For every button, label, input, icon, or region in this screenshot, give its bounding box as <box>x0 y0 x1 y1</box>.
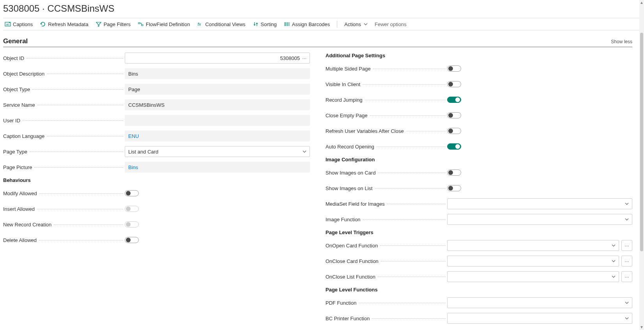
auto-record-toggle[interactable] <box>447 143 461 150</box>
refresh-metadata-button[interactable]: Refresh Metadata <box>40 21 88 27</box>
scroll-down-arrow[interactable]: ▼ <box>640 325 644 328</box>
delete-allowed-label: Delete Allowed <box>3 237 37 243</box>
fewer-label: Fewer options <box>375 21 407 27</box>
chevron-down-icon <box>625 217 629 222</box>
scroll-thumb[interactable] <box>640 33 643 251</box>
insert-allowed-toggle[interactable] <box>125 206 139 212</box>
record-jumping-toggle[interactable] <box>447 97 461 103</box>
onclose-card-select[interactable] <box>447 256 619 266</box>
multiple-sided-row: Multiple Sided Page <box>326 63 632 74</box>
page-filters-button[interactable]: Page Filters <box>96 21 131 27</box>
refresh-label: Refresh Metadata <box>48 21 88 27</box>
onopen-card-ellipsis[interactable]: ··· <box>621 240 632 251</box>
onopen-card-select[interactable] <box>447 240 619 251</box>
page-triggers-heading: Page Level Triggers <box>326 229 632 235</box>
modify-allowed-row: Modify Allowed <box>3 188 310 199</box>
behaviours-heading: Behaviours <box>3 177 310 183</box>
image-config-heading: Image Configuration <box>326 157 632 162</box>
toolbar-container: ab Captions Refresh Metadata Page Filter… <box>3 18 641 30</box>
show-images-list-toggle[interactable] <box>447 185 461 191</box>
service-name-label: Service Name <box>3 102 36 108</box>
pdf-function-select[interactable] <box>447 297 632 308</box>
svg-rect-3 <box>142 25 143 26</box>
mediaset-select[interactable] <box>447 198 632 209</box>
bc-printer-select[interactable] <box>447 313 632 324</box>
condviews-label: Conditional Views <box>205 21 245 27</box>
onclose-card-ellipsis[interactable]: ··· <box>621 256 632 266</box>
visible-client-toggle[interactable] <box>447 81 461 87</box>
new-record-label: New Record Creation <box>3 222 52 228</box>
ellipsis-icon[interactable]: ··· <box>302 55 306 61</box>
show-images-card-toggle[interactable] <box>447 169 461 176</box>
record-jumping-row: Record Jumping <box>326 94 632 105</box>
delete-allowed-row: Delete Allowed <box>3 235 310 245</box>
captions-label: Captions <box>13 21 33 27</box>
title-id: 5308005 <box>3 3 39 14</box>
multiple-sided-toggle[interactable] <box>447 65 461 72</box>
general-heading: General <box>3 37 28 45</box>
new-record-toggle[interactable] <box>125 221 139 228</box>
pdf-function-label: PDF Function <box>326 300 357 306</box>
close-empty-row: Close Empty Page <box>326 110 632 121</box>
object-description-field: Bins <box>125 68 310 79</box>
barcodes-label: Assign Barcodes <box>292 21 330 27</box>
bc-printer-label: BC Printer Function <box>326 316 370 321</box>
onclose-list-ellipsis[interactable]: ··· <box>621 271 632 282</box>
delete-allowed-toggle[interactable] <box>125 237 139 243</box>
page-type-select[interactable]: List and Card <box>125 146 310 157</box>
image-function-row: Image Function <box>326 214 632 225</box>
svg-text:ab: ab <box>6 23 9 26</box>
chevron-down-icon <box>303 149 306 155</box>
close-empty-toggle[interactable] <box>447 112 461 118</box>
onclose-list-select[interactable] <box>447 271 619 282</box>
onclose-card-label: OnClose Card Function <box>326 258 379 264</box>
conditional-views-button[interactable]: fx Conditional Views <box>197 21 245 27</box>
form-columns: Object ID 5308005 ··· Object Description… <box>3 53 632 328</box>
svg-text:fx: fx <box>198 22 201 26</box>
left-column: Object ID 5308005 ··· Object Description… <box>3 53 310 328</box>
sorting-button[interactable]: Sorting <box>253 21 277 27</box>
caption-language-field[interactable]: ENU <box>125 131 310 141</box>
auto-record-label: Auto Record Opening <box>326 144 375 150</box>
service-name-field: CCSMSBinsWS <box>125 99 310 110</box>
record-jumping-label: Record Jumping <box>326 97 363 103</box>
page-functions-heading: Page Level Functions <box>326 287 632 293</box>
modify-allowed-toggle[interactable] <box>125 190 139 196</box>
sort-icon <box>253 21 259 27</box>
image-function-select[interactable] <box>447 214 632 225</box>
page-picture-label: Page Picture <box>3 164 33 170</box>
pdf-function-row: PDF Function <box>326 297 632 308</box>
onopen-card-label: OnOpen Card Function <box>326 243 379 249</box>
actions-label: Actions <box>344 21 361 27</box>
chevron-down-icon <box>625 316 629 321</box>
object-description-row: Object Description Bins <box>3 68 310 79</box>
flowfield-icon <box>138 21 144 27</box>
chevron-down-icon <box>612 274 616 280</box>
show-images-card-label: Show Images on Card <box>326 170 377 176</box>
show-images-list-label: Show Images on List <box>326 185 373 191</box>
actions-menu[interactable]: Actions <box>344 21 368 27</box>
svg-rect-2 <box>138 23 140 24</box>
captions-button[interactable]: ab Captions <box>5 21 33 27</box>
onopen-card-row: OnOpen Card Function ··· <box>326 240 632 251</box>
assign-barcodes-button[interactable]: Assign Barcodes <box>284 21 330 27</box>
page-picture-field[interactable]: Bins <box>125 162 310 173</box>
user-id-label: User ID <box>3 118 21 124</box>
show-images-card-row: Show Images on Card <box>326 167 632 178</box>
refresh-vars-toggle[interactable] <box>447 128 461 134</box>
filters-label: Page Filters <box>104 21 131 27</box>
fewer-options-button[interactable]: Fewer options <box>375 21 407 27</box>
scrollbar[interactable]: ▲ ▼ <box>639 0 644 328</box>
show-less-link[interactable]: Show less <box>611 39 632 44</box>
object-id-value: 5308005 <box>280 55 300 61</box>
visible-client-label: Visible In Client <box>326 81 361 87</box>
sorting-label: Sorting <box>261 21 277 27</box>
bc-printer-row: BC Printer Function <box>326 313 632 324</box>
flowfield-button[interactable]: FlowField Definition <box>138 21 190 27</box>
scroll-up-arrow[interactable]: ▲ <box>640 1 644 5</box>
flowfield-label: FlowField Definition <box>146 21 190 27</box>
scroll-track[interactable] <box>639 5 644 325</box>
object-id-input[interactable]: 5308005 ··· <box>125 53 310 64</box>
insert-allowed-label: Insert Allowed <box>3 206 35 212</box>
right-column: Additional Page Settings Multiple Sided … <box>326 53 632 328</box>
